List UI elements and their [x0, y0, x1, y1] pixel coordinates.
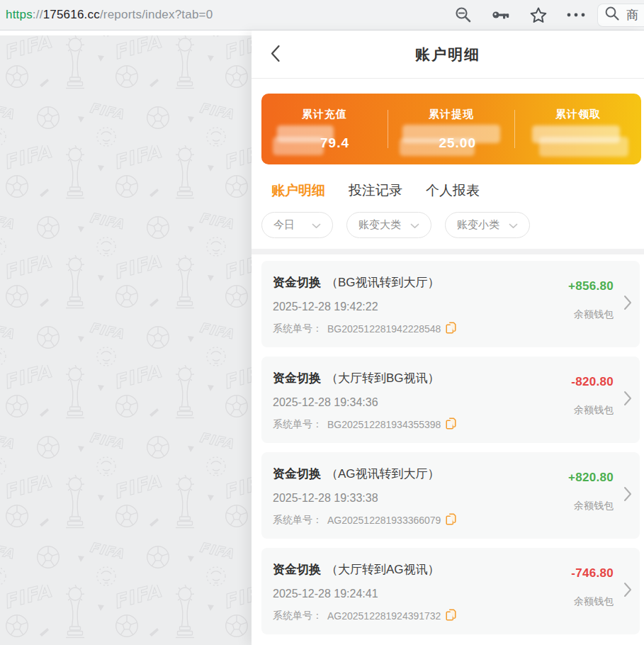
record-amount: -820.80: [571, 375, 614, 389]
summary-label: 累计提现: [388, 108, 514, 121]
order-number: BG202512281942228548: [327, 323, 441, 335]
star-icon[interactable]: [529, 6, 548, 24]
order-label: 系统单号：: [273, 418, 322, 431]
chevron-right-icon: [623, 295, 632, 313]
zoom-out-icon[interactable]: [454, 6, 473, 24]
copy-icon[interactable]: [446, 513, 456, 527]
page-title: 账户明细: [415, 45, 480, 64]
filter-date-dropdown[interactable]: 今日: [261, 212, 333, 238]
browser-address-bar: https://175616.cc/reports/index?tab=0 商: [0, 0, 644, 30]
side-search-text: 商: [626, 7, 638, 23]
app-content: 账户明细 累计充值 79.4 累计提现 25.00 累计领取: [252, 30, 644, 645]
record-card[interactable]: 资金切换（BG视讯转到大厅） 2025-12-28 19:42:22 系统单号：…: [261, 261, 640, 347]
order-label: 系统单号：: [273, 322, 322, 335]
record-card[interactable]: 资金切换（大厅转到BG视讯） 2025-12-28 19:34:36 系统单号：…: [261, 357, 640, 443]
filter-bar: 今日 账变大类 账变小类: [252, 200, 644, 249]
order-number: BG202512281934355398: [327, 419, 441, 430]
background-pattern: FIFA FIFA: [0, 35, 252, 645]
summary-total-withdraw: 累计提现 25.00: [388, 108, 514, 151]
record-amount: +856.80: [568, 279, 614, 293]
record-wallet: 余额钱包: [568, 308, 614, 321]
chevron-down-icon: [509, 219, 518, 231]
record-amount-block: +820.80 余额钱包: [568, 471, 614, 512]
record-order-row: 系统单号：AG202512281933366079: [273, 513, 630, 527]
record-list: 资金切换（BG视讯转到大厅） 2025-12-28 19:42:22 系统单号：…: [252, 254, 644, 634]
record-amount: -746.80: [571, 566, 614, 580]
back-button[interactable]: [270, 44, 281, 64]
summary-value-masked: [529, 130, 627, 151]
chevron-down-icon: [410, 219, 419, 231]
record-order-row: 系统单号：AG202512281924391732: [273, 609, 630, 623]
summary-label: 累计领取: [515, 108, 641, 121]
tab-account-detail[interactable]: 账户明细: [271, 181, 325, 200]
url-separator: ://: [33, 8, 43, 21]
record-order-row: 系统单号：BG202512281942228548: [273, 322, 630, 336]
browser-toolbar-icons: [454, 6, 586, 24]
page: FIFA FIFA: [0, 30, 644, 645]
search-icon: [604, 6, 620, 25]
copy-icon[interactable]: [446, 609, 456, 623]
summary-value-masked: 79.4: [276, 130, 373, 151]
record-amount-block: -746.80 余额钱包: [571, 566, 614, 608]
url-host: 175616.cc: [43, 8, 100, 21]
summary-value-masked: 25.00: [402, 130, 500, 151]
record-wallet: 余额钱包: [571, 404, 614, 417]
url-scheme: https: [6, 8, 33, 21]
record-wallet: 余额钱包: [568, 500, 614, 512]
record-amount-block: -820.80 余额钱包: [571, 375, 614, 417]
summary-card: 累计充值 79.4 累计提现 25.00 累计领取: [261, 94, 641, 164]
chevron-right-icon: [623, 486, 632, 505]
copy-icon[interactable]: [446, 417, 456, 432]
record-card[interactable]: 资金切换（AG视讯转到大厅） 2025-12-28 19:33:38 系统单号：…: [261, 452, 640, 539]
order-number: AG202512281933366079: [327, 515, 441, 526]
summary-label: 累计充值: [261, 108, 388, 121]
key-icon[interactable]: [491, 7, 511, 23]
order-number: AG202512281924391732: [327, 610, 441, 622]
chevron-right-icon: [623, 391, 632, 409]
url-path: /reports/index?tab=0: [100, 8, 213, 21]
summary-total-deposit: 累计充值 79.4: [261, 108, 388, 151]
record-wallet: 余额钱包: [571, 595, 614, 608]
chevron-right-icon: [623, 582, 632, 600]
chevron-left-icon: [270, 44, 281, 64]
app-header: 账户明细: [252, 30, 644, 79]
fifa-pattern-svg: FIFA FIFA: [0, 35, 252, 645]
order-label: 系统单号：: [273, 514, 322, 527]
record-amount-block: +856.80 余额钱包: [568, 279, 614, 321]
record-amount: +820.80: [568, 471, 614, 485]
tab-bet-records[interactable]: 投注记录: [349, 181, 402, 200]
record-card[interactable]: 资金切换（大厅转到AG视讯） 2025-12-28 19:24:41 系统单号：…: [261, 548, 640, 634]
chevron-down-icon: [312, 219, 321, 231]
tabs: 账户明细 投注记录 个人报表: [252, 164, 644, 200]
copy-icon[interactable]: [446, 322, 456, 336]
tab-personal-report[interactable]: 个人报表: [426, 181, 480, 200]
more-icon[interactable]: [566, 12, 586, 18]
record-order-row: 系统单号：BG202512281934355398: [273, 417, 630, 432]
filter-major-category-dropdown[interactable]: 账变大类: [346, 212, 431, 238]
url-text[interactable]: https://175616.cc/reports/index?tab=0: [6, 8, 448, 22]
side-search-box[interactable]: 商: [597, 4, 644, 27]
summary-total-claimed: 累计领取: [515, 108, 641, 151]
filter-minor-category-dropdown[interactable]: 账变小类: [445, 212, 530, 238]
section-divider: [252, 249, 644, 254]
order-label: 系统单号：: [273, 610, 322, 622]
